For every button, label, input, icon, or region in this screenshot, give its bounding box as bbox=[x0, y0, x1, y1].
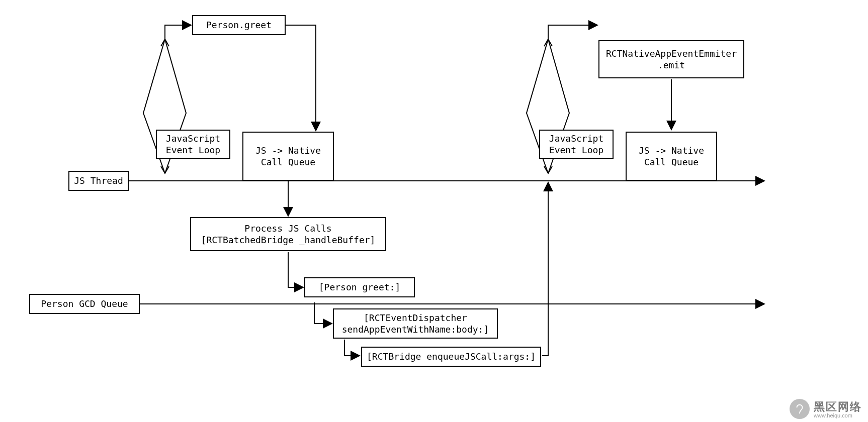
box-js-native-call-queue-left: JS -> Native Call Queue bbox=[242, 132, 334, 181]
watermark-icon bbox=[790, 399, 810, 419]
box-person-greet-native: [Person greet:] bbox=[304, 277, 415, 297]
lane-gcd-queue-label: Person GCD Queue bbox=[29, 294, 140, 314]
box-event-dispatcher: [RCTEventDispatcher sendAppEventWithName… bbox=[333, 308, 498, 339]
box-enqueue-js-call: [RCTBridge enqueueJSCall:args:] bbox=[361, 347, 541, 367]
watermark-url: www.heiqu.com bbox=[814, 412, 852, 418]
box-js-native-call-queue-right: JS -> Native Call Queue bbox=[626, 132, 717, 181]
box-js-event-loop-right: JavaScript Event Loop bbox=[539, 130, 614, 159]
watermark: 黑区网络 www.heiqu.com bbox=[790, 399, 862, 419]
box-process-js-calls: Process JS Calls [RCTBatchedBridge _hand… bbox=[190, 217, 386, 251]
box-person-greet-js: Person.greet bbox=[192, 15, 286, 35]
diagram-stage: JS Thread Person GCD Queue Person.greet … bbox=[0, 0, 868, 422]
box-js-event-loop-left: JavaScript Event Loop bbox=[156, 130, 230, 159]
lane-js-thread-label: JS Thread bbox=[68, 171, 129, 191]
box-native-app-event-emitter: RCTNativeAppEventEmmiter .emit bbox=[598, 40, 744, 78]
